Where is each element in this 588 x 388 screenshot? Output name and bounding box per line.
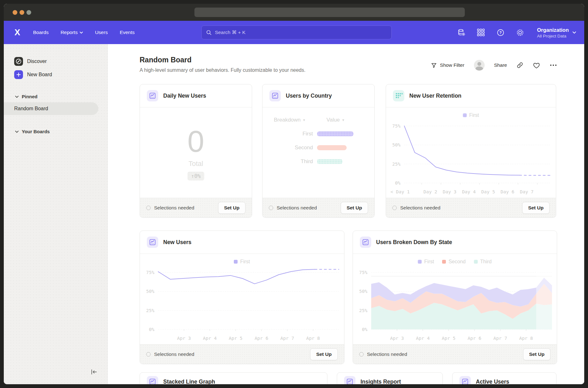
svg-text:50%: 50% [359,289,367,294]
svg-text:25%: 25% [359,308,367,313]
legend-label: Second [448,259,465,265]
copy-link-icon[interactable] [516,62,523,69]
apps-grid-icon[interactable] [476,28,485,37]
card-title: New User Retention [409,93,461,99]
card-title: Insights Report [360,379,401,385]
chevron-down-icon: ▾ [303,118,305,122]
window-close-button[interactable] [13,10,17,15]
window-zoom-button[interactable] [26,10,31,15]
sidebar-item-label: New Board [27,72,52,77]
browser-url-bar[interactable] [194,8,465,17]
card-title: Users by Country [286,93,332,99]
sidebar: Discover New Board Pinned Random Board [4,44,108,384]
mixpanel-logo-icon[interactable]: X [14,28,20,37]
share-button[interactable]: Share [494,62,507,68]
retention-chart: 75%50%25%0%< Day 1Day 2Day 3Day 4Day 5Da… [386,118,556,197]
search-bar[interactable] [201,26,392,39]
svg-text:?: ? [499,31,501,35]
search-icon [206,30,212,36]
legend-item[interactable]: First [418,259,434,265]
status-icon [359,352,364,357]
breakdown-dropdown[interactable]: Breakdown▾ [274,117,305,123]
sidebar-section-pinned[interactable]: Pinned [15,94,107,99]
legend-swatch [463,113,467,117]
show-filter-button[interactable]: Show Filter [431,62,464,68]
set-up-button[interactable]: Set Up [310,348,337,360]
board-header: Random Board A high-level summary of use… [140,55,557,73]
svg-text:25%: 25% [146,308,154,313]
svg-text:0%: 0% [395,180,401,185]
favorite-heart-icon[interactable] [533,62,540,69]
card-title: Stacked Line Graph [163,379,215,385]
svg-text:Apr 5: Apr 5 [441,336,455,341]
breakdown-row: Third [274,158,374,165]
nav-item-users[interactable]: Users [95,30,107,35]
org-switcher[interactable]: Organization All Project Data [537,27,576,38]
card-title: New Users [163,239,192,246]
value-dropdown[interactable]: Value▾ [326,117,344,123]
nav-item-boards[interactable]: Boards [33,30,49,35]
status-icon [146,206,151,210]
skeleton-bar [317,131,354,136]
org-name: Organization [537,27,569,33]
legend-swatch [234,260,238,264]
legend-item[interactable]: First [463,112,479,118]
svg-text:Day 5: Day 5 [481,189,495,194]
svg-text:Day 2: Day 2 [424,189,437,194]
skeleton-bar [317,145,347,150]
more-options-icon[interactable] [550,64,557,66]
set-up-button[interactable]: Set Up [218,202,245,214]
app-window: X Boards Reports Users Events [4,4,584,384]
nav-item-events[interactable]: Events [120,30,135,35]
svg-text:Apr 3: Apr 3 [390,336,404,341]
settings-gear-icon[interactable] [516,28,524,37]
help-icon[interactable]: ? [496,28,505,37]
svg-text:Day 6: Day 6 [501,189,515,194]
legend-swatch [442,260,446,264]
chart-icon [344,376,355,384]
sidebar-section-your-boards[interactable]: Your Boards [15,129,107,134]
svg-text:Apr 7: Apr 7 [493,336,507,341]
data-management-icon[interactable] [457,28,466,37]
sidebar-item-discover[interactable]: Discover [14,55,107,68]
dropdown-label: Breakdown [274,117,301,123]
search-input[interactable] [215,30,387,35]
svg-text:Apr 7: Apr 7 [280,336,294,341]
metric-label: Total [188,160,203,168]
board-main: Random Board A high-level summary of use… [108,44,584,384]
legend-item[interactable]: First [234,259,250,265]
new-users-chart: 75%50%25%0%Apr 3Apr 4Apr 5Apr 6Apr 7Apr … [140,265,344,344]
svg-text:Apr 6: Apr 6 [467,336,481,341]
set-up-button[interactable]: Set Up [522,202,550,214]
card-title: Active Users [476,379,509,385]
sidebar-collapse-button[interactable] [89,367,99,377]
sidebar-item-new-board[interactable]: New Board [14,68,107,81]
card-title: Daily New Users [163,93,206,99]
chart-legend: FirstSecondThird [353,254,557,265]
sidebar-item-random-board[interactable]: Random Board [4,102,98,115]
breakdown-row: First [274,131,374,137]
window-minimize-button[interactable] [20,10,24,15]
skeleton-bar [317,159,343,164]
chevron-down-icon [15,130,19,133]
nav-item-reports[interactable]: Reports [61,30,83,35]
set-up-button[interactable]: Set Up [523,348,551,360]
sidebar-section-label: Pinned [22,94,37,99]
avatar[interactable] [474,60,485,71]
status-text: Selections needed [400,205,441,211]
svg-text:75%: 75% [359,270,367,275]
board-subtitle: A high-level summary of user behaviors. … [140,67,305,73]
window-controls [13,10,31,15]
status-text: Selections needed [277,205,317,211]
svg-text:Apr 6: Apr 6 [255,336,268,341]
status-icon [392,206,397,210]
users-by-state-chart: 75%50%25%0%Apr 3Apr 4Apr 5Apr 6Apr 7Apr … [353,265,557,344]
set-up-button[interactable]: Set Up [341,202,368,214]
legend-item[interactable]: Second [442,259,465,265]
nav-item-label: Events [120,30,135,35]
chart-icon [360,237,371,248]
status-icon [269,206,273,210]
share-label: Share [494,62,507,68]
legend-item[interactable]: Third [474,259,492,265]
chart-icon [147,237,158,248]
